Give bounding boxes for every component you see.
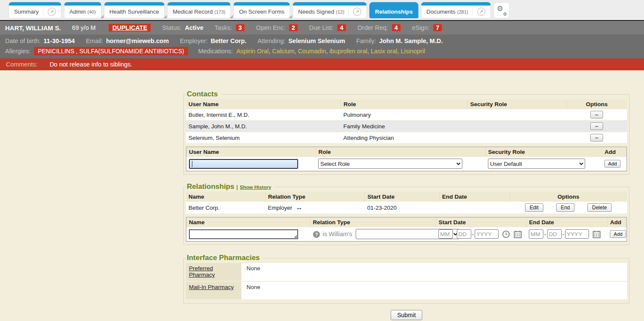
employer-label: Employer:	[180, 38, 208, 44]
submit-button[interactable]: Submit	[391, 310, 422, 320]
add-relationship-panel: Name Relation Type Start Date End Date A…	[186, 217, 627, 242]
order-req-label: Order Req:	[357, 24, 388, 31]
edit-relationship-button[interactable]: Edit	[525, 203, 543, 212]
tab-on-screen-forms[interactable]: On Screen Forms	[233, 2, 290, 18]
col-user-name: User Name	[186, 147, 316, 157]
calendar-icon[interactable]	[592, 230, 601, 238]
mail-in-pharmacy-link[interactable]: Mail-In Pharmacy	[189, 284, 234, 290]
tab-documents[interactable]: Documents (281) ↗	[421, 2, 491, 18]
end-relationship-button[interactable]: End	[556, 203, 574, 212]
add-relationship-button[interactable]: Add	[610, 230, 626, 238]
patient-name: HART, WILLIAM S.	[5, 24, 61, 32]
allergies-value[interactable]: PENICILLINS , SULFA(SULFONAMIDE ANTIBIOT…	[34, 47, 188, 55]
col-end-date: End Date	[439, 192, 510, 202]
resize-grip-icon	[294, 235, 297, 238]
contact-security-role-select[interactable]: User Default	[488, 159, 585, 169]
relationship-row: Better Corp. Employer ↔ 01-23-2020 Edit …	[186, 202, 627, 214]
tab-medical-record[interactable]: Medical Record (173)	[167, 2, 231, 18]
esign-count-badge[interactable]: 7	[433, 24, 442, 32]
open-chart-icon-wrap[interactable]: ↗	[473, 8, 485, 16]
start-year-input[interactable]	[475, 229, 499, 239]
relationship-start-date: 01-23-2020	[365, 202, 439, 214]
col-start-date: Start Date	[365, 192, 439, 202]
medications-list: Aspirin Oral, Calcium, Coumadin, ibuprof…	[236, 48, 425, 55]
start-day-input[interactable]	[457, 229, 471, 239]
add-contact-panel: User Name Role Security Role Add	[186, 147, 627, 171]
calendar-icon[interactable]	[513, 230, 522, 238]
open-in-new-icon[interactable]: ↗	[48, 8, 56, 16]
comments-bar: Comments: Do not release info to sibling…	[0, 58, 644, 70]
end-year-input[interactable]	[565, 229, 589, 239]
duplicate-flag[interactable]: DUPLICATE	[108, 23, 151, 32]
relationship-name-input[interactable]	[189, 229, 298, 239]
remove-contact-button[interactable]: –	[590, 111, 603, 119]
tab-label: Admin	[70, 9, 86, 15]
comments-value: Do not release info to siblings.	[49, 61, 132, 68]
contact-user-name: Butler, Internist E., M.D.	[186, 109, 341, 121]
settings-button[interactable]: ⚙ ⚙	[493, 2, 510, 18]
family-label: Family:	[356, 38, 376, 44]
comments-label: Comments:	[6, 61, 38, 68]
family-value: John M. Sample, M.D.	[379, 38, 443, 44]
relationships-title: Relationships | Show History	[186, 182, 275, 191]
tab-label: Summary	[14, 9, 39, 15]
tab-admin[interactable]: Admin (40)	[64, 2, 102, 18]
contact-security-role	[467, 132, 566, 144]
open-chart-icon-wrap[interactable]: ↗	[43, 8, 56, 16]
patient-info-bar: Date of birth: 11-30-1954 Email: horner@…	[0, 35, 644, 58]
order-req-count-badge[interactable]: 4	[392, 24, 401, 32]
remove-contact-button[interactable]: –	[590, 122, 603, 130]
contact-role: Family Medicine	[341, 121, 467, 132]
medication-item[interactable]: ibuprofen oral	[330, 48, 368, 55]
medication-item[interactable]: Lisinopril	[400, 48, 425, 55]
add-contact-table: User Name Role Security Role Add	[186, 147, 627, 171]
contact-role-select[interactable]: Select Role	[318, 159, 462, 169]
relationship-end-date	[439, 202, 510, 214]
dropdown-fold-icon[interactable]	[100, 15, 104, 18]
medication-item[interactable]: Lasix oral	[371, 48, 397, 55]
medication-item[interactable]: Coumadin	[298, 48, 326, 55]
delete-relationship-button[interactable]: Delete	[587, 203, 612, 212]
col-add: Add	[607, 217, 627, 227]
open-in-new-icon[interactable]: ↗	[477, 8, 485, 16]
preferred-pharmacy-link[interactable]: Preferred Pharmacy	[189, 265, 215, 278]
add-contact-button[interactable]: Add	[604, 160, 621, 168]
end-day-input[interactable]	[547, 229, 562, 239]
contact-username-input[interactable]	[189, 159, 298, 169]
end-month-input[interactable]	[529, 229, 543, 239]
open-enc-count-badge[interactable]: 2	[289, 24, 298, 32]
due-list-count-badge[interactable]: 4	[337, 24, 346, 32]
medication-item[interactable]: Calcium	[272, 48, 294, 55]
contact-user-name: Selenium, Selenium	[186, 132, 341, 144]
employer-value: Better Corp.	[211, 38, 247, 44]
tab-summary[interactable]: Summary ↗	[9, 2, 61, 18]
open-in-new-icon[interactable]: ↗	[353, 8, 361, 16]
tab-needs-signed[interactable]: Needs Signed (12) ↗	[293, 2, 367, 18]
tasks-count-badge[interactable]: 3	[235, 24, 245, 32]
dropdown-fold-icon[interactable]	[163, 15, 167, 18]
tab-relationships[interactable]: Relationships	[369, 2, 418, 18]
tab-label: Health Surveillance	[110, 9, 159, 15]
dob-label: Date of birth:	[5, 38, 41, 44]
contacts-title: Contacts	[186, 90, 221, 98]
main-area: Contacts User Name Role Security Role Op…	[0, 90, 644, 321]
help-icon[interactable]: ?	[313, 231, 320, 238]
interface-pharmacies-title: Interface Pharmacies	[186, 254, 263, 262]
remove-contact-button[interactable]: –	[590, 134, 603, 142]
clock-icon[interactable]	[502, 230, 510, 238]
start-month-input[interactable]	[438, 229, 453, 239]
tab-label: Relationships	[375, 9, 413, 15]
show-history-link[interactable]: Show History	[240, 185, 271, 190]
medications-label: Medications:	[198, 48, 233, 55]
col-user-name: User Name	[186, 99, 341, 109]
medication-item[interactable]: Aspirin Oral	[236, 48, 269, 55]
attending-label: Attending:	[258, 38, 285, 44]
due-list-label: Due List:	[309, 24, 334, 31]
dropdown-fold-icon[interactable]	[289, 15, 292, 18]
col-options: Options	[510, 192, 627, 202]
dropdown-fold-icon[interactable]	[229, 15, 233, 18]
open-chart-icon-wrap[interactable]: ↗	[348, 8, 361, 16]
tab-health-surveillance[interactable]: Health Surveillance	[104, 2, 165, 18]
col-end-date: End Date	[526, 217, 607, 227]
contact-user-name: Sample, John M., M.D.	[186, 121, 341, 132]
